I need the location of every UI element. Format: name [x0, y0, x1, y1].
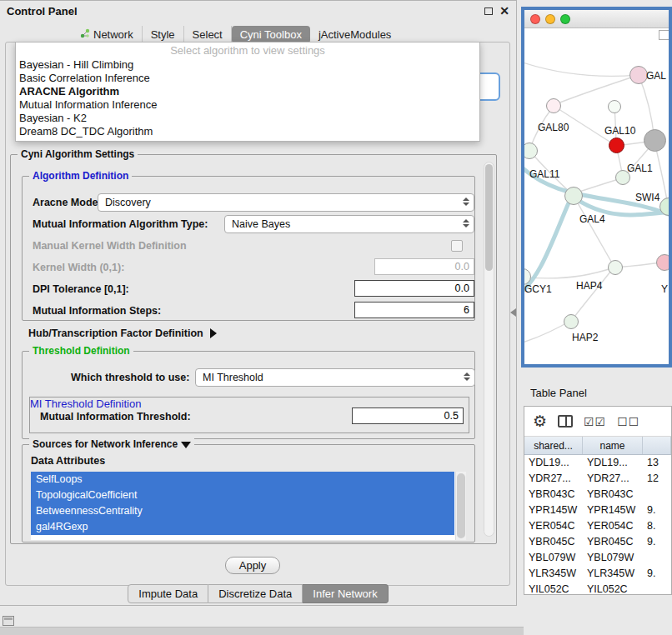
algorithm-option[interactable]: Basic Correlation Inference — [16, 72, 479, 85]
which-threshold-select[interactable]: MI Threshold — [195, 368, 475, 387]
network-node-label: SWI4 — [635, 192, 659, 203]
table-row[interactable]: YBR045CYBR045C9. — [524, 534, 671, 550]
gear-icon[interactable]: ⚙ — [533, 413, 547, 429]
tab-cyni-toolbox[interactable]: Cyni Toolbox — [232, 26, 310, 43]
network-node-label: GCY1 — [524, 283, 552, 295]
network-node-gal10[interactable] — [609, 138, 624, 153]
column-header-extra[interactable] — [643, 437, 671, 454]
tab-infer-network[interactable]: Infer Network — [303, 584, 388, 603]
network-node[interactable] — [564, 314, 579, 329]
cell: 9. — [643, 534, 671, 550]
collapse-down-icon — [181, 442, 191, 448]
hub-factor-section-toggle[interactable]: Hub/Transcription Factor Definition — [28, 328, 217, 339]
mi-type-select[interactable]: Naive Bayes — [224, 215, 474, 233]
mi-type-label: Mutual Information Algorithm Type: — [33, 218, 208, 230]
network-window-titlebar — [524, 10, 669, 28]
aracne-mode-select[interactable]: Discovery — [98, 193, 474, 212]
attribute-item[interactable]: BetweennessCentrality — [31, 503, 454, 519]
attributes-scrollbar-thumb[interactable] — [457, 473, 465, 538]
network-node[interactable] — [608, 260, 623, 275]
cell: YBL079W — [583, 550, 643, 566]
apply-button[interactable]: Apply — [225, 557, 280, 574]
canvas-corner-widget[interactable] — [659, 30, 669, 40]
close-icon[interactable]: ✕ — [499, 5, 509, 17]
cell: YBR043C — [524, 487, 583, 502]
tab-style[interactable]: Style — [143, 26, 184, 43]
network-node-label: HAP4 — [576, 280, 602, 292]
table-row[interactable]: YER054CYER054C8. — [524, 518, 671, 534]
cell: YPR145W — [524, 502, 583, 518]
minimize-traffic-icon[interactable] — [545, 14, 555, 24]
table-row[interactable]: YDL19...YDL19...13 — [524, 455, 671, 471]
settings-scrollbar[interactable] — [484, 162, 494, 537]
minimized-panel-icon[interactable] — [3, 616, 14, 626]
mi-threshold-input[interactable] — [352, 408, 464, 424]
attribute-item[interactable]: TopologicalCoefficient — [31, 488, 454, 503]
control-panel-titlebar: Control Panel ✕ — [0, 1, 516, 21]
network-node[interactable] — [546, 98, 561, 113]
aracne-mode-value: Discovery — [105, 197, 151, 208]
chevron-updown-icon — [463, 219, 469, 228]
network-node[interactable] — [629, 66, 648, 84]
mi-type-value: Naive Bayes — [232, 218, 290, 230]
table-row[interactable]: YLR345WYLR345W9. — [524, 566, 671, 582]
settings-scrollbar-thumb[interactable] — [485, 164, 493, 271]
dpi-tolerance-input[interactable] — [354, 280, 474, 297]
tab-jactivemodules[interactable]: jActiveModules — [310, 26, 399, 43]
panel-splitter-collapse-icon[interactable] — [510, 308, 516, 317]
mi-steps-input[interactable] — [354, 302, 474, 318]
algorithm-prompt: Select algorithm to view settings — [16, 42, 479, 58]
tab-select[interactable]: Select — [184, 26, 232, 43]
cell: YPR145W — [583, 502, 643, 518]
table-row[interactable]: YDR27...YDR27...12 — [524, 471, 671, 487]
deselect-all-icon[interactable]: ☐☐ — [617, 415, 639, 428]
algorithm-dropdown-popup: Select algorithm to view settings Bayesi… — [15, 42, 480, 142]
mi-threshold-group-title: MI Threshold Definition — [30, 398, 141, 410]
zoom-traffic-icon[interactable] — [560, 14, 570, 24]
algorithm-option[interactable]: Bayesian - K2 — [16, 112, 479, 125]
which-threshold-value: MI Threshold — [203, 372, 263, 383]
table-row[interactable]: YBR043CYBR043C — [524, 487, 671, 502]
table-row[interactable]: YPR145WYPR145W9. — [524, 502, 671, 518]
network-node[interactable] — [564, 187, 583, 205]
algorithm-option[interactable]: Mutual Information Inference — [16, 98, 479, 112]
kernel-width-input[interactable] — [374, 258, 474, 275]
tab-jactivemodules-label: jActiveModules — [318, 28, 391, 41]
cell: YDR27... — [524, 471, 583, 487]
network-node[interactable] — [608, 100, 621, 113]
cell — [643, 487, 671, 502]
cell: YDL19... — [524, 455, 583, 471]
window-bottom-edge — [0, 627, 524, 635]
cell: YER054C — [583, 518, 643, 534]
network-node-label: GAL11 — [529, 168, 559, 180]
attributes-scrollbar[interactable] — [455, 472, 466, 540]
attribute-item[interactable]: SelfLoops — [31, 472, 454, 488]
float-window-icon[interactable] — [484, 8, 493, 15]
tab-impute-data[interactable]: Impute Data — [128, 584, 208, 603]
network-canvas[interactable]: GAL GAL80 GAL10 GAL11 GAL1 SWI4 GAL4 GCY… — [524, 28, 669, 364]
attribute-item[interactable]: gal4RGexp — [31, 519, 454, 535]
manual-kernel-checkbox[interactable] — [451, 240, 463, 252]
algorithm-option-selected[interactable]: ARACNE Algorithm — [16, 85, 479, 98]
column-header-name[interactable]: name — [583, 437, 643, 454]
algorithm-option[interactable]: Dream8 DC_TDC Algorithm — [16, 125, 479, 138]
sources-group-title[interactable]: Sources for Network Inference — [29, 438, 194, 450]
tab-discretize-data[interactable]: Discretize Data — [208, 584, 303, 603]
table-row[interactable]: YIL052CYIL052C — [524, 582, 671, 595]
data-attributes-label: Data Attributes — [31, 455, 105, 467]
tab-select-label: Select — [193, 28, 223, 41]
table-row[interactable]: YBL079WYBL079W — [524, 550, 671, 566]
close-traffic-icon[interactable] — [530, 14, 540, 24]
network-node[interactable] — [644, 129, 666, 152]
mi-threshold-label: Mutual Information Threshold: — [40, 411, 191, 422]
manual-kernel-label: Manual Kernel Width Definition — [33, 240, 187, 252]
cell: YBL079W — [524, 550, 583, 566]
column-header-shared-name[interactable]: shared... — [524, 437, 583, 454]
cell: YIL052C — [524, 582, 583, 595]
cell: 13 — [643, 455, 671, 471]
algorithm-option[interactable]: Bayesian - Hill Climbing — [16, 58, 479, 72]
column-selector-icon[interactable] — [558, 415, 573, 428]
select-all-icon[interactable]: ☑☑ — [584, 415, 606, 428]
tab-network[interactable]: Network — [72, 26, 143, 43]
network-node[interactable] — [656, 254, 669, 271]
